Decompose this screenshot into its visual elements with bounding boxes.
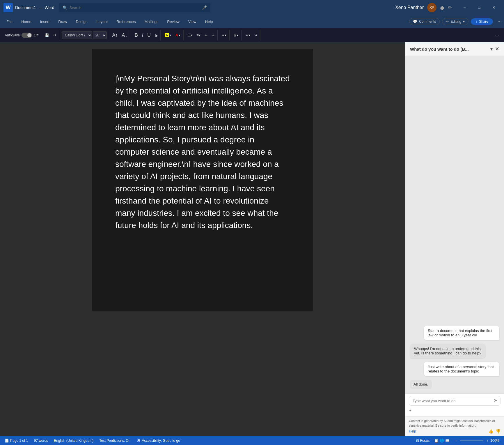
font-size-selector[interactable]: 28 xyxy=(93,31,107,39)
chat-input-box[interactable]: ➤ xyxy=(409,396,501,406)
highlight-button[interactable]: A▾ xyxy=(163,31,173,39)
table-group: ⊞▾ xyxy=(231,30,242,40)
send-button[interactable]: ➤ xyxy=(494,398,497,403)
autosave-group: AutoSave Off xyxy=(2,33,41,38)
undo-button[interactable]: ↩▾ xyxy=(244,31,252,39)
style-button[interactable]: ✒▾ xyxy=(220,31,228,39)
thumbs-up-button[interactable]: 👍 xyxy=(488,429,493,434)
redo-button[interactable]: ↪ xyxy=(253,31,259,39)
tab-view[interactable]: View xyxy=(184,16,200,27)
tab-design[interactable]: Design xyxy=(72,16,92,27)
pen-icon[interactable]: ✏ xyxy=(448,4,452,11)
font-color-button[interactable]: A▾ xyxy=(173,31,182,39)
accessibility: ♿ Accessibility: Good to go xyxy=(136,439,180,443)
table-button[interactable]: ⊞▾ xyxy=(232,31,240,39)
focus-mode[interactable]: ⊡ Focus xyxy=(416,439,430,443)
font-selector[interactable]: Calibri Light ( xyxy=(62,31,92,39)
bullets-button[interactable]: ☰▾ xyxy=(186,31,194,39)
thumbs-down-button[interactable]: 👎 xyxy=(496,429,501,434)
zoom-slider[interactable] xyxy=(460,440,483,441)
ai-footer-text: Content is generated by AI and might con… xyxy=(409,419,501,428)
web-view-icon: 🌐 xyxy=(440,439,444,443)
status-right: ⊡ Focus 📋 🌐 📖 － ＋ 100% xyxy=(416,438,499,443)
font-size-adjust-group: A↑ A↓ xyxy=(109,30,130,40)
tab-mailings[interactable]: Mailings xyxy=(141,16,163,27)
strikethrough-button[interactable]: S̶ xyxy=(153,31,159,39)
print-view-icon: 📋 xyxy=(434,439,439,443)
window-controls: ─ □ ✕ xyxy=(458,3,501,12)
undo-redo-group: ↩▾ ↪ xyxy=(243,30,260,40)
document-canvas[interactable]: |\nMy Personal Story\n\nI was always fas… xyxy=(92,49,313,311)
zoom-in-icon[interactable]: ＋ xyxy=(486,438,489,443)
font-grow-button[interactable]: A↑ xyxy=(111,31,120,39)
sparkle-button[interactable]: ✦ xyxy=(409,407,412,414)
tab-home[interactable]: Home xyxy=(17,16,36,27)
style-group: ✒▾ xyxy=(219,30,230,40)
panel-close-button[interactable]: ✕ xyxy=(495,46,499,52)
editing-button[interactable]: ✏ Editing ▾ xyxy=(442,18,468,25)
close-button[interactable]: ✕ xyxy=(487,3,501,12)
page-icon: 📄 xyxy=(5,439,9,443)
text-format-group: B I U S̶ xyxy=(132,30,161,40)
chat-input-area: ➤ ✦ xyxy=(405,393,504,416)
ribbon-expand-icon[interactable]: ⋯ xyxy=(498,19,502,24)
microphone-icon[interactable]: 🎤 xyxy=(202,5,207,10)
search-box[interactable]: 🔍 🎤 xyxy=(59,3,210,12)
underline-button[interactable]: U xyxy=(145,31,152,39)
help-link[interactable]: Help xyxy=(409,429,416,433)
tab-review[interactable]: Review xyxy=(163,16,184,27)
chat-input[interactable] xyxy=(413,399,489,403)
search-input[interactable] xyxy=(70,6,200,10)
tab-help[interactable]: Help xyxy=(201,16,217,27)
maximize-button[interactable]: □ xyxy=(473,3,486,12)
view-controls[interactable]: 📋 🌐 📖 xyxy=(434,439,450,443)
outdent-button[interactable]: ⇐ xyxy=(203,31,209,39)
tab-references[interactable]: References xyxy=(112,16,140,27)
font-shrink-button[interactable]: A↓ xyxy=(120,31,129,39)
language-label: English (United Kingdom) xyxy=(54,439,93,443)
italic-button[interactable]: I xyxy=(140,31,145,39)
document-area[interactable]: |\nMy Personal Story\n\nI was always fas… xyxy=(0,42,405,436)
autosave-toggle[interactable] xyxy=(22,33,32,38)
ribbon: File Home Insert Draw Design Layout Refe… xyxy=(0,15,504,42)
undo-format-button[interactable]: ↺ xyxy=(52,31,58,39)
focus-label: Focus xyxy=(420,439,430,443)
word-count-label: 97 words xyxy=(34,439,48,443)
tab-insert[interactable]: Insert xyxy=(36,16,54,27)
ai-footer: Content is generated by AI and might con… xyxy=(405,416,504,436)
bold-button[interactable]: B xyxy=(133,31,140,39)
panel-chevron-icon[interactable]: ▾ xyxy=(490,46,493,52)
page-info-label: Page 1 of 1 xyxy=(10,439,28,443)
pencil-icon: ✏ xyxy=(446,20,449,24)
share-button[interactable]: ↑ Share xyxy=(471,18,493,25)
ai-panel: What do you want to do (B... ▾ ✕ Start a… xyxy=(405,42,504,436)
chat-area[interactable]: Start a document that explains the first… xyxy=(405,56,504,393)
sparkle-icon: ✦ xyxy=(409,409,412,413)
title-bar: W Document1 — Word 🔍 🎤 Xeno Panther XP ◆… xyxy=(0,0,504,15)
ribbon-tabs: File Home Insert Draw Design Layout Refe… xyxy=(0,15,504,28)
numbering-button[interactable]: ≡▾ xyxy=(195,31,202,39)
expand-toolbar-group: ⋯ xyxy=(492,30,502,40)
avatar[interactable]: XP xyxy=(427,3,436,12)
message-user-2: Just write about of a personal story tha… xyxy=(424,362,499,376)
zoom-control[interactable]: － ＋ 100% xyxy=(454,438,499,443)
status-bar: 📄 Page 1 of 1 97 words English (United K… xyxy=(0,436,504,445)
save-button[interactable]: 💾 xyxy=(43,31,51,39)
focus-icon: ⊡ xyxy=(416,439,419,443)
zoom-out-icon[interactable]: － xyxy=(454,438,458,443)
gems-icon[interactable]: ◆ xyxy=(440,4,444,11)
ai-footer-links: Help 👍 👎 xyxy=(409,429,501,434)
minimize-button[interactable]: ─ xyxy=(458,3,471,12)
toggle-knob xyxy=(27,33,31,37)
language-info: English (United Kingdom) xyxy=(54,439,93,443)
tab-file[interactable]: File xyxy=(2,16,17,27)
tab-layout[interactable]: Layout xyxy=(92,16,112,27)
expand-toolbar-button[interactable]: ⋯ xyxy=(494,31,501,39)
share-icon: ↑ xyxy=(475,20,477,24)
comments-button[interactable]: 💬 Comments xyxy=(409,18,440,25)
font-group: Calibri Light ( 28 xyxy=(61,30,108,40)
tab-draw[interactable]: Draw xyxy=(54,16,71,27)
message-user-1: Start a document that explains the first… xyxy=(424,326,499,340)
list-group: ☰▾ ≡▾ ⇐ ⇒ xyxy=(185,30,218,40)
indent-button[interactable]: ⇒ xyxy=(210,31,216,39)
